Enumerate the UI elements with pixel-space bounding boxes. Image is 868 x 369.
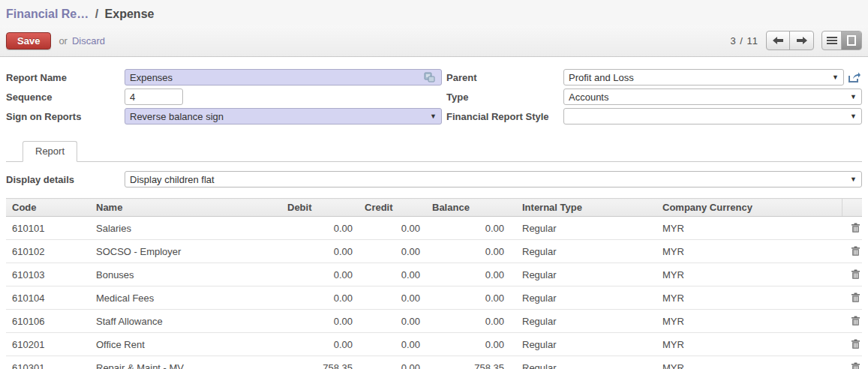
row-credit-cell[interactable]: 0.00 [359, 310, 426, 333]
row-name-cell[interactable]: Medical Fees [90, 286, 281, 310]
row-name-cell[interactable]: Staff Allowance [90, 310, 281, 333]
external-link-icon[interactable] [847, 70, 862, 85]
delete-row-trash-icon[interactable] [848, 337, 862, 352]
row-name-cell[interactable]: Bonuses [90, 263, 281, 286]
breadcrumb-separator: / [92, 8, 101, 20]
table-row[interactable]: 610101Salaries0.000.000.00RegularMYR [6, 217, 862, 240]
row-internal-type-cell[interactable]: Regular [510, 333, 656, 356]
row-internal-type-cell[interactable]: Regular [510, 356, 656, 369]
caret-down-icon: ▼ [850, 93, 857, 100]
row-internal-type-cell[interactable]: Regular [510, 310, 656, 333]
row-code-cell[interactable]: 610201 [6, 333, 90, 356]
delete-row-trash-icon[interactable] [848, 314, 862, 328]
row-currency-cell[interactable]: MYR [656, 310, 842, 333]
row-balance-cell[interactable]: 0.00 [426, 217, 510, 240]
delete-row-trash-icon[interactable] [848, 244, 862, 259]
accounts-table: Code Name Debit Credit Balance Internal … [6, 198, 862, 369]
or-label: or [59, 35, 68, 46]
table-row[interactable]: 610102SOCSO - Employer0.000.000.00Regula… [6, 240, 862, 263]
delete-row-trash-icon[interactable] [848, 290, 862, 305]
table-row[interactable]: 610201Office Rent0.000.000.00RegularMYR [6, 333, 862, 356]
row-debit-cell[interactable]: 758.35 [281, 356, 359, 369]
row-debit-cell[interactable]: 0.00 [281, 263, 359, 286]
column-header-credit[interactable]: Credit [359, 199, 426, 217]
row-code-cell[interactable]: 610102 [6, 240, 90, 263]
delete-row-trash-icon[interactable] [848, 220, 862, 236]
row-credit-cell[interactable]: 0.00 [359, 356, 426, 369]
row-name-cell[interactable]: SOCSO - Employer [90, 240, 281, 263]
breadcrumb-parent-link[interactable]: Financial Re… [6, 8, 89, 20]
pager-counter: 3 / 11 [730, 35, 758, 46]
table-row[interactable]: 610104Medical Fees0.000.000.00RegularMYR [6, 286, 862, 310]
row-currency-cell[interactable]: MYR [656, 217, 842, 240]
column-header-internal-type[interactable]: Internal Type [510, 199, 656, 217]
row-code-cell[interactable]: 610104 [6, 286, 90, 310]
financial-report-style-select[interactable]: ▼ [563, 108, 862, 124]
report-name-input[interactable]: Expenses [125, 69, 442, 86]
row-balance-cell[interactable]: 0.00 [426, 310, 510, 333]
page-title: Expense [105, 8, 155, 20]
row-code-cell[interactable]: 610301 [6, 356, 90, 369]
row-debit-cell[interactable]: 0.00 [281, 286, 359, 310]
pager-next-button[interactable] [790, 32, 813, 50]
row-balance-cell[interactable]: 758.35 [426, 356, 510, 369]
row-code-cell[interactable]: 610103 [6, 263, 90, 286]
delete-row-trash-icon[interactable] [848, 267, 862, 282]
translate-page-icon[interactable] [422, 70, 437, 85]
tab-report[interactable]: Report [23, 141, 77, 162]
sign-on-reports-select[interactable]: Reverse balance sign ▼ [125, 108, 442, 124]
column-header-name[interactable]: Name [90, 199, 281, 217]
caret-down-icon: ▼ [850, 112, 857, 120]
row-code-cell[interactable]: 610106 [6, 310, 90, 333]
column-header-balance[interactable]: Balance [426, 199, 510, 217]
row-name-cell[interactable]: Office Rent [90, 333, 281, 356]
row-code-cell[interactable]: 610101 [6, 217, 90, 240]
sequence-input[interactable] [125, 88, 183, 105]
breadcrumb-bar: Financial Re… / Expense [0, 0, 868, 26]
row-credit-cell[interactable]: 0.00 [359, 286, 426, 310]
list-view-button[interactable] [822, 32, 842, 50]
row-currency-cell[interactable]: MYR [656, 263, 842, 286]
display-details-select[interactable]: Display children flat ▼ [125, 171, 862, 188]
row-debit-cell[interactable]: 0.00 [281, 217, 359, 240]
column-header-code[interactable]: Code [6, 199, 90, 217]
row-internal-type-cell[interactable]: Regular [510, 286, 656, 310]
type-label: Type [446, 91, 559, 103]
row-internal-type-cell[interactable]: Regular [510, 217, 656, 240]
row-debit-cell[interactable]: 0.00 [281, 310, 359, 333]
row-credit-cell[interactable]: 0.00 [359, 240, 426, 263]
row-internal-type-cell[interactable]: Regular [510, 263, 656, 286]
save-button[interactable]: Save [6, 32, 51, 50]
financial-report-style-label: Financial Report Style [446, 110, 559, 122]
right-arrow-icon [797, 37, 807, 44]
table-row[interactable]: 610103Bonuses0.000.000.00RegularMYR [6, 263, 862, 286]
row-currency-cell[interactable]: MYR [656, 356, 842, 369]
row-balance-cell[interactable]: 0.00 [426, 263, 510, 286]
table-row[interactable]: 610301Repair & Maint - MV758.350.00758.3… [6, 356, 862, 369]
parent-combobox[interactable]: Profit and Loss ▼ [563, 69, 844, 86]
row-currency-cell[interactable]: MYR [656, 333, 842, 356]
row-debit-cell[interactable]: 0.00 [281, 240, 359, 263]
row-actions-cell [842, 240, 862, 263]
row-debit-cell[interactable]: 0.00 [281, 333, 359, 356]
row-name-cell[interactable]: Salaries [90, 217, 281, 240]
display-details-row: Display details Display children flat ▼ [6, 171, 862, 188]
row-currency-cell[interactable]: MYR [656, 286, 842, 310]
row-credit-cell[interactable]: 0.00 [359, 333, 426, 356]
column-header-debit[interactable]: Debit [281, 199, 359, 217]
pager-previous-button[interactable] [767, 32, 790, 50]
row-balance-cell[interactable]: 0.00 [426, 333, 510, 356]
form-view-button[interactable] [842, 32, 861, 50]
row-balance-cell[interactable]: 0.00 [426, 286, 510, 310]
row-credit-cell[interactable]: 0.00 [359, 263, 426, 286]
delete-row-trash-icon[interactable] [848, 360, 862, 369]
column-header-company-currency[interactable]: Company Currency [656, 199, 842, 217]
row-name-cell[interactable]: Repair & Maint - MV [90, 356, 281, 369]
row-internal-type-cell[interactable]: Regular [510, 240, 656, 263]
table-row[interactable]: 610106Staff Allowance0.000.000.00Regular… [6, 310, 862, 333]
type-select[interactable]: Accounts ▼ [563, 88, 862, 105]
row-balance-cell[interactable]: 0.00 [426, 240, 510, 263]
discard-link[interactable]: Discard [72, 35, 105, 46]
row-currency-cell[interactable]: MYR [656, 240, 842, 263]
row-credit-cell[interactable]: 0.00 [359, 217, 426, 240]
